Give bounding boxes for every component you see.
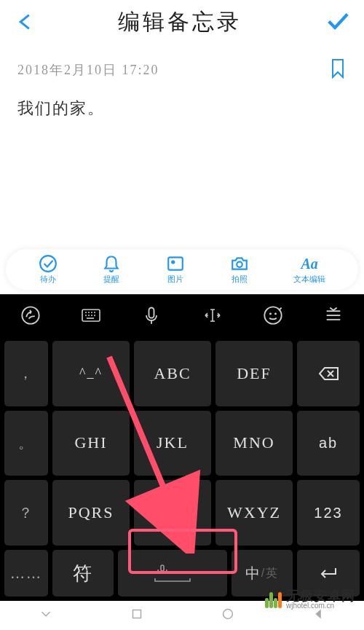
- keyboard-layout-button[interactable]: [69, 305, 113, 326]
- bell-icon: [102, 254, 121, 273]
- note-timestamp: 2018年2月10日 17:20: [17, 61, 159, 79]
- photo-button[interactable]: 拍照: [230, 254, 249, 285]
- camera-icon: [230, 254, 249, 273]
- ime-keyboard: ， ^_^ ABC DEF 。 GHI JKL MNO ab ？ PQRS TU…: [0, 294, 364, 601]
- space-key[interactable]: [118, 550, 227, 596]
- key-1-emoticon[interactable]: ^_^: [52, 341, 130, 406]
- textedit-button[interactable]: Aa 文本编辑: [293, 254, 325, 285]
- svg-point-29: [223, 610, 232, 619]
- image-button[interactable]: 图片: [166, 254, 185, 285]
- svg-point-2: [172, 261, 174, 263]
- note-body[interactable]: 我们的家。: [17, 98, 347, 119]
- emoji-button[interactable]: [251, 305, 295, 326]
- key-question[interactable]: ？: [4, 480, 48, 546]
- voice-input-button[interactable]: [130, 305, 173, 326]
- nav-home[interactable]: [220, 606, 236, 625]
- note-toolbar: 待办 提醒 图片 拍照 Aa 文本编辑: [6, 249, 358, 290]
- key-6-mno[interactable]: MNO: [215, 411, 293, 476]
- key-symbols[interactable]: 符: [52, 550, 114, 596]
- svg-point-19: [270, 313, 271, 314]
- more-menu-button[interactable]: [312, 305, 355, 326]
- backspace-key[interactable]: [297, 341, 360, 406]
- key-comma[interactable]: ，: [4, 341, 48, 406]
- key-period[interactable]: 。: [4, 411, 48, 476]
- key-8-tuv[interactable]: TUV: [134, 480, 211, 546]
- svg-point-0: [40, 256, 56, 272]
- todo-button[interactable]: 待办: [39, 254, 58, 285]
- key-2-abc[interactable]: ABC: [134, 341, 211, 406]
- key-4-ghi[interactable]: GHI: [52, 411, 130, 476]
- key-3-def[interactable]: DEF: [215, 341, 293, 406]
- key-5-jkl[interactable]: JKL: [134, 411, 211, 476]
- text-aa-icon: Aa: [300, 254, 319, 273]
- watermark-logo-icon: [265, 591, 282, 608]
- key-ab-mode[interactable]: ab: [297, 411, 360, 476]
- svg-point-4: [22, 307, 39, 323]
- key-123-mode[interactable]: 123: [297, 480, 360, 546]
- svg-point-20: [275, 313, 276, 314]
- ime-logo-button[interactable]: [9, 305, 52, 326]
- picture-icon: [166, 254, 185, 273]
- svg-rect-1: [168, 257, 183, 269]
- key-7-pqrs[interactable]: PQRS: [52, 480, 130, 546]
- nav-hide-keyboard[interactable]: [38, 606, 54, 625]
- key-9-wxyz[interactable]: WXYZ: [215, 480, 293, 546]
- svg-point-3: [237, 261, 242, 267]
- key-ellipsis[interactable]: ……: [4, 550, 48, 596]
- confirm-button[interactable]: [325, 8, 349, 36]
- page-title: 编辑备忘录: [118, 7, 242, 37]
- svg-rect-28: [132, 610, 141, 618]
- check-circle-icon: [39, 254, 58, 273]
- cursor-mode-button[interactable]: [191, 305, 234, 326]
- nav-recent[interactable]: [129, 606, 145, 625]
- svg-rect-15: [149, 308, 154, 318]
- back-button[interactable]: [15, 12, 35, 32]
- svg-rect-26: [161, 565, 164, 571]
- remind-button[interactable]: 提醒: [102, 254, 121, 285]
- watermark: 无极安卓网 wjhotel.com.cn: [265, 589, 355, 610]
- bookmark-button[interactable]: [329, 58, 347, 82]
